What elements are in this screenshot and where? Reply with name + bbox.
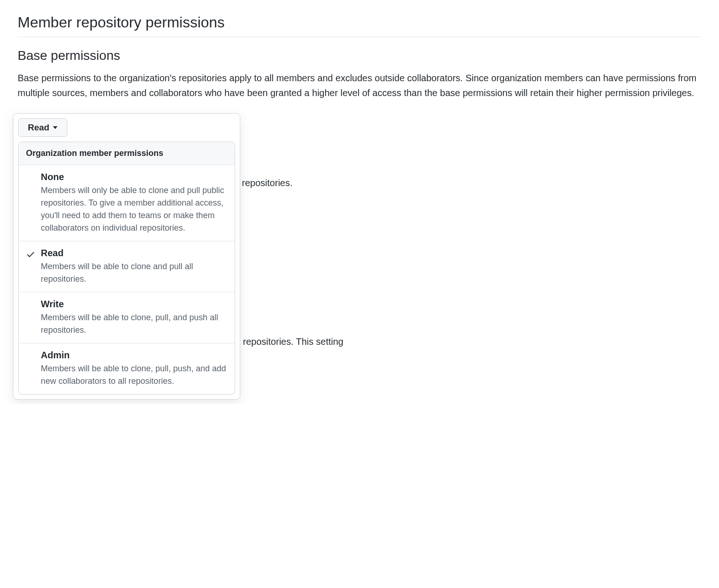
- option-title: Write: [41, 299, 227, 310]
- dropdown-panel: Read Organization member permissions Non…: [13, 113, 240, 400]
- base-permissions-description: Base permissions to the organization's r…: [18, 71, 701, 100]
- base-permission-select-button[interactable]: Read: [18, 118, 67, 137]
- option-description: Members will be able to clone, pull, and…: [41, 311, 227, 336]
- check-icon: [26, 250, 35, 261]
- option-title: None: [41, 172, 227, 182]
- dropdown-option-none[interactable]: None Members will only be able to clone …: [19, 165, 235, 241]
- option-description: Members will be able to clone, pull, pus…: [41, 362, 227, 388]
- base-permissions-title: Base permissions: [18, 48, 701, 63]
- option-description: Members will only be able to clone and p…: [41, 184, 227, 234]
- dropdown-option-read[interactable]: Read Members will be able to clone and p…: [19, 241, 235, 292]
- dropdown-option-admin[interactable]: Admin Members will be able to clone, pul…: [19, 343, 235, 394]
- dropdown-menu: Organization member permissions None Mem…: [18, 142, 235, 394]
- dropdown-header: Organization member permissions: [19, 142, 235, 165]
- option-title: Read: [41, 248, 227, 258]
- base-permission-selected-label: Read: [28, 123, 49, 133]
- option-description: Members will be able to clone and pull a…: [41, 260, 227, 285]
- option-title: Admin: [41, 350, 227, 361]
- page-title: Member repository permissions: [18, 14, 701, 37]
- caret-down-icon: [53, 126, 58, 129]
- dropdown-option-write[interactable]: Write Members will be able to clone, pul…: [19, 292, 235, 343]
